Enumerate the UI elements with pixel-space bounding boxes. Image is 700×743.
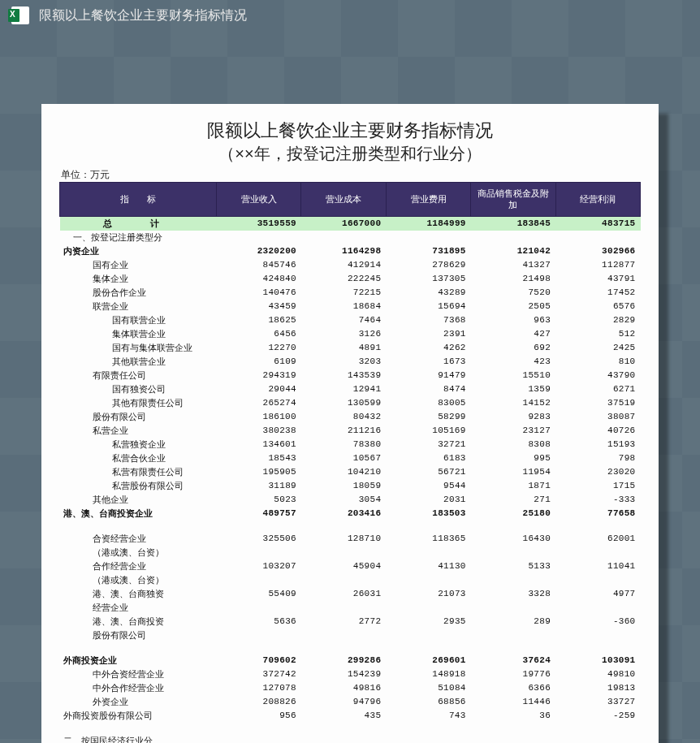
table-row: 私营股份有限公司 3118918059954418711715 <box>60 479 641 493</box>
cell: 289 <box>471 615 555 629</box>
cell: 58299 <box>386 410 470 424</box>
cell: 278629 <box>386 258 470 272</box>
cell: 128710 <box>301 532 386 546</box>
cell: 956 <box>217 709 301 723</box>
row-label: 私营有限责任公司 <box>60 465 217 479</box>
cell: 26031 <box>301 587 386 601</box>
cell: 134601 <box>217 438 301 451</box>
cell: 1359 <box>471 382 555 396</box>
cell: 412914 <box>301 258 386 272</box>
row-label: 联营企业 <box>60 300 217 313</box>
cell: 105169 <box>386 424 470 438</box>
cell: 148918 <box>386 667 470 681</box>
cell: -259 <box>555 709 640 723</box>
cell: 3519559 <box>217 216 301 231</box>
row-label: 股份有限公司 <box>60 629 217 642</box>
cell: 1667000 <box>301 216 386 231</box>
cell: 211216 <box>301 424 386 438</box>
col-revenue: 营业收入 <box>217 183 301 217</box>
table-row: 其他企业 502330542031271-333 <box>60 493 641 507</box>
titlebar: 限额以上餐饮企业主要财务指标情况 <box>0 0 700 31</box>
row-label: （港或澳、台资） <box>60 573 217 587</box>
cell <box>471 629 555 642</box>
cell: 38087 <box>555 410 640 424</box>
row-label: 中外合资经营企业 <box>60 667 217 681</box>
cell: 195905 <box>217 465 301 479</box>
cell: 72215 <box>301 286 386 300</box>
app-title: 限额以上餐饮企业主要财务指标情况 <box>39 7 247 24</box>
cell <box>386 629 470 642</box>
table-row: 股份有限公司 1861008043258299928338087 <box>60 410 641 424</box>
row-label: 国有联营企业 <box>60 313 217 327</box>
col-indicator: 指 标 <box>60 183 217 217</box>
table-row: 有限责任公司 294319143539914791551043790 <box>60 369 641 382</box>
cell: 2031 <box>386 493 470 507</box>
row-label: 港、澳、台商投资 <box>60 615 217 629</box>
col-tax: 商品销售税金及附加 <box>471 183 555 217</box>
cell: 112877 <box>555 258 640 272</box>
total-label: 总 计 <box>60 216 217 231</box>
cell: 423 <box>471 355 555 369</box>
cell: 2829 <box>555 313 640 327</box>
cell: 8308 <box>471 438 555 451</box>
cell: 45904 <box>301 559 386 573</box>
cell: 18684 <box>301 300 386 313</box>
cell: 18543 <box>217 451 301 465</box>
cell <box>301 629 386 642</box>
blank-row <box>60 723 641 734</box>
table-row: 私营合伙企业 18543105676183995798 <box>60 451 641 465</box>
cell: 208826 <box>217 695 301 709</box>
row-label: 港、澳、台商独资 <box>60 587 217 601</box>
cell: 435 <box>301 709 386 723</box>
table-row: 国有企业 84574641291427862941327112877 <box>60 258 641 272</box>
cell: 995 <box>471 451 555 465</box>
cell: 15694 <box>386 300 470 313</box>
table-row: 私营企业 3802382112161051692312740726 <box>60 424 641 438</box>
row-label: 内资企业 <box>60 244 217 258</box>
cell: 10567 <box>301 451 386 465</box>
col-expense: 营业费用 <box>386 183 470 217</box>
cell: 31189 <box>217 479 301 493</box>
table-row: （港或澳、台资） <box>60 573 641 587</box>
cell: -333 <box>555 493 640 507</box>
table-row: 外商投资企业 70960229928626960137624103091 <box>60 654 641 667</box>
cell: 6271 <box>555 382 640 396</box>
cell: 9283 <box>471 410 555 424</box>
row-label: 私营股份有限公司 <box>60 479 217 493</box>
cell: 15510 <box>471 369 555 382</box>
cell: 1673 <box>386 355 470 369</box>
cell: 4262 <box>386 341 470 355</box>
cell: 55409 <box>217 587 301 601</box>
cell: 15193 <box>555 438 640 451</box>
cell: 41327 <box>471 258 555 272</box>
cell: 810 <box>555 355 640 369</box>
blank-row <box>60 521 641 532</box>
cell: 7368 <box>386 313 470 327</box>
row-label: 私营企业 <box>60 424 217 438</box>
row-label: 外商投资企业 <box>60 654 217 667</box>
cell: 83005 <box>386 396 470 410</box>
cell: 21073 <box>386 587 470 601</box>
document-preview: 限额以上餐饮企业主要财务指标情况 （××年，按登记注册类型和行业分） 单位：万元… <box>41 104 659 743</box>
cell: 269601 <box>386 654 470 667</box>
cell: 140476 <box>217 286 301 300</box>
cell: 9544 <box>386 479 470 493</box>
table-row: 港、澳、台商独资 55409260312107333284977 <box>60 587 641 601</box>
cell <box>301 573 386 587</box>
row-label: 股份合作企业 <box>60 286 217 300</box>
table-row: 外商投资股份有限公司 95643574336-259 <box>60 709 641 723</box>
cell: 2505 <box>471 300 555 313</box>
cell: 121042 <box>471 244 555 258</box>
table-row: 外资企业 20882694796688561144633727 <box>60 695 641 709</box>
cell: 91479 <box>386 369 470 382</box>
cell: 104210 <box>301 465 386 479</box>
cell: 11446 <box>471 695 555 709</box>
cell <box>217 629 301 642</box>
cell <box>386 546 470 559</box>
section-heading: 二、按国民经济行业分 <box>60 734 641 743</box>
cell: 12270 <box>217 341 301 355</box>
cell: 17452 <box>555 286 640 300</box>
cell: 6183 <box>386 451 470 465</box>
row-label: 国有与集体联营企业 <box>60 341 217 355</box>
table-row: （港或澳、台资） <box>60 546 641 559</box>
